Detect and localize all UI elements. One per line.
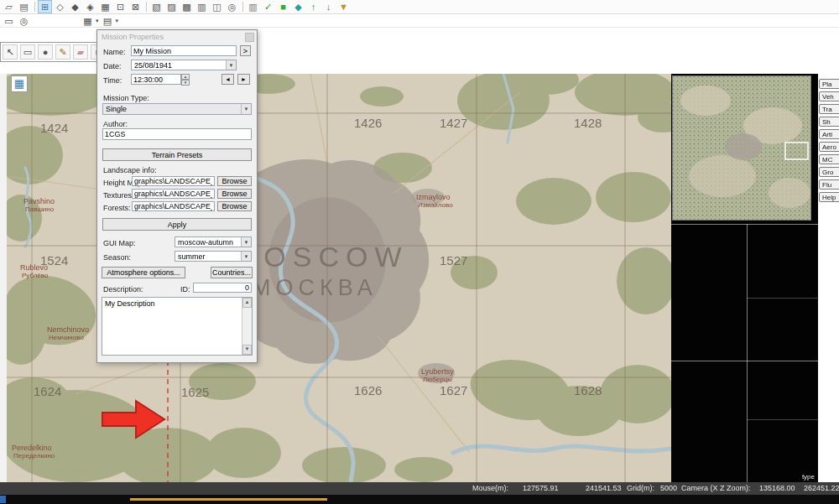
- name-input[interactable]: [131, 45, 237, 56]
- name-more-button[interactable]: >: [240, 45, 251, 56]
- category-button-mc[interactable]: MC: [819, 154, 839, 164]
- chevron-down-icon[interactable]: ▾: [241, 252, 251, 261]
- mission-type-combo[interactable]: Single ▾: [102, 103, 252, 115]
- category-button-pla[interactable]: Pla: [819, 79, 839, 89]
- mission-properties-dialog: Mission Properties Name: > Date: 25/08/1…: [96, 29, 258, 363]
- scroll-down-icon[interactable]: ▼: [242, 345, 252, 355]
- rect-select-icon[interactable]: ▭: [20, 44, 35, 60]
- category-button-veh[interactable]: Veh: [819, 91, 839, 101]
- toolbar-separator: [34, 2, 35, 12]
- time-spinner[interactable]: ▴ ▾: [181, 74, 190, 85]
- gui-map-combo[interactable]: moscow-autumn ▾: [175, 236, 252, 247]
- grid-square-number: 1624: [34, 384, 61, 398]
- spinner-down-icon[interactable]: ▾: [181, 80, 190, 86]
- zoom-view-icon[interactable]: ◎: [17, 14, 31, 28]
- mission-type-label: Mission Type:: [103, 94, 149, 102]
- gui-map-value: moscow-autumn: [178, 238, 233, 247]
- scroll-up-icon[interactable]: ▲: [242, 298, 252, 308]
- description-scrollbar[interactable]: ▲ ▼: [242, 298, 252, 355]
- group-tool-icon[interactable]: ▦: [98, 0, 112, 13]
- raise-terrain-icon[interactable]: ↑: [306, 0, 320, 13]
- description-label: Description:: [103, 285, 143, 294]
- textures-input[interactable]: [132, 189, 215, 199]
- time-input[interactable]: [131, 74, 181, 85]
- select-object-icon[interactable]: ⊞: [38, 0, 52, 13]
- id-label: ID:: [180, 285, 190, 294]
- open-mission-icon[interactable]: ▤: [17, 0, 31, 13]
- category-button-arti[interactable]: Arti: [819, 129, 839, 139]
- description-text: My Description: [105, 299, 155, 308]
- category-button-tra[interactable]: Tra: [819, 104, 839, 114]
- season-value: summer: [178, 252, 206, 261]
- link-tool-icon[interactable]: ◈: [83, 0, 97, 13]
- rotate-icon[interactable]: ◎: [225, 0, 239, 13]
- category-button-gro[interactable]: Gro: [819, 167, 839, 177]
- map-view-icon[interactable]: ▦: [11, 75, 28, 92]
- season-combo[interactable]: summer ▾: [175, 251, 252, 262]
- name-label: Name:: [103, 48, 126, 56]
- category-button-flu[interactable]: Flu: [819, 179, 839, 190]
- forests-input[interactable]: [132, 201, 215, 211]
- texture-layer-icon[interactable]: ▩: [180, 0, 194, 13]
- insert-object-icon[interactable]: ◇: [53, 0, 67, 13]
- play-mission-icon[interactable]: ■: [276, 0, 290, 13]
- height-map-input[interactable]: [132, 176, 215, 186]
- height-map-browse-button[interactable]: Browse: [217, 176, 252, 186]
- minimap[interactable]: [672, 75, 811, 221]
- forests-label: Forests:: [103, 204, 131, 212]
- dropdown-caret-icon[interactable]: ▾: [116, 18, 119, 24]
- toolbar-separator: [146, 2, 147, 12]
- dialog-titlebar[interactable]: Mission Properties: [97, 30, 257, 42]
- chart-icon[interactable]: ▥: [246, 0, 260, 13]
- id-input[interactable]: [193, 283, 252, 293]
- chevron-down-icon[interactable]: ▾: [226, 60, 236, 70]
- view-mode-icon[interactable]: ▦: [81, 14, 95, 28]
- unloaded-map-area: type: [671, 74, 818, 482]
- filter-icon[interactable]: ▼: [336, 0, 351, 13]
- category-button-help[interactable]: Help: [819, 192, 839, 202]
- measure-tool-icon[interactable]: ⊠: [128, 0, 143, 13]
- time-prev-button[interactable]: ◄: [221, 74, 234, 85]
- pencil-tool-icon[interactable]: ✎: [55, 44, 70, 60]
- chevron-down-icon[interactable]: ▾: [241, 104, 251, 114]
- eraser-tool-icon[interactable]: ▰: [73, 44, 88, 60]
- pan-view-icon[interactable]: ▭: [2, 14, 16, 28]
- apply-button[interactable]: Apply: [102, 218, 252, 231]
- terrain-presets-button[interactable]: Terrain Presets: [102, 148, 252, 161]
- spinner-up-icon[interactable]: ▴: [181, 74, 190, 80]
- select-cursor-icon[interactable]: ↖: [3, 44, 18, 60]
- time-next-button[interactable]: ►: [237, 74, 250, 85]
- layers-icon[interactable]: ▧: [149, 0, 164, 13]
- grid-square-number: 1626: [354, 383, 382, 397]
- date-combo[interactable]: 25/08/1941 ▾: [131, 60, 237, 70]
- terrain-layer-icon[interactable]: ▨: [164, 0, 179, 13]
- category-button-aero[interactable]: Aero: [819, 142, 839, 152]
- draw-toolbar: ↖▭●✎▰■: [0, 42, 109, 62]
- object-list-icon[interactable]: ▥: [195, 0, 209, 13]
- description-textarea[interactable]: My Description ▲ ▼: [102, 297, 253, 356]
- mirror-icon[interactable]: ◫: [210, 0, 224, 13]
- town-label: Nemchinovo: [47, 325, 89, 334]
- snap-grid-icon[interactable]: ⊡: [113, 0, 128, 13]
- town-label: Pavshino: [23, 197, 55, 205]
- atmosphere-options-button[interactable]: Atmosphere options...: [102, 267, 185, 278]
- new-mission-icon[interactable]: ▱: [2, 0, 16, 13]
- overlay-mode-icon[interactable]: ▤: [101, 14, 115, 28]
- countries-button[interactable]: Countries...: [211, 267, 253, 278]
- close-icon[interactable]: [245, 33, 254, 42]
- dropdown-caret-icon[interactable]: ▾: [96, 18, 99, 24]
- lower-terrain-icon[interactable]: ↓: [321, 0, 336, 13]
- textures-label: Textures:: [103, 191, 134, 200]
- time-label: Time:: [103, 76, 122, 85]
- teal-diamond-icon[interactable]: ◆: [291, 0, 305, 13]
- waypoint-tool-icon[interactable]: ◆: [68, 0, 82, 13]
- dialog-title: Mission Properties: [102, 33, 164, 41]
- validate-check-icon[interactable]: ✓: [261, 0, 275, 13]
- point-tool-icon[interactable]: ●: [38, 44, 53, 60]
- author-input[interactable]: [102, 128, 252, 140]
- chevron-down-icon[interactable]: ▾: [241, 237, 251, 247]
- forests-browse-button[interactable]: Browse: [217, 201, 252, 211]
- textures-browse-button[interactable]: Browse: [217, 189, 252, 199]
- category-button-sh[interactable]: Sh: [819, 117, 839, 127]
- town-label-ru: Переделкино: [13, 452, 55, 460]
